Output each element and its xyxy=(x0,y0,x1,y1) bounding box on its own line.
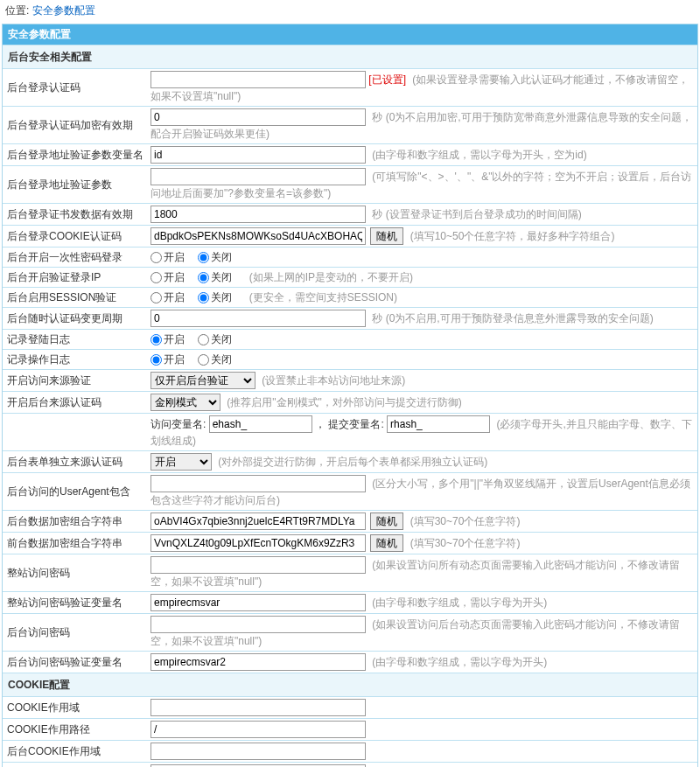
submit-var-input[interactable] xyxy=(387,415,490,433)
form-ref-select[interactable]: 开启 xyxy=(150,453,212,471)
section-header-cookie: COOKIE配置 xyxy=(3,673,697,697)
admin-pwd-input[interactable] xyxy=(150,616,366,633)
addr-var-input[interactable] xyxy=(150,146,366,164)
login-code-input[interactable] xyxy=(150,71,366,88)
addr-param-input[interactable] xyxy=(150,168,366,185)
rand-cycle-input[interactable] xyxy=(150,310,366,327)
session-off[interactable] xyxy=(198,292,209,303)
row-label: 后台登录认证码 xyxy=(3,69,147,107)
ref-check-select[interactable]: 仅开启后台验证 xyxy=(150,372,256,389)
admin-cookie-domain-input[interactable] xyxy=(150,743,366,760)
random-button[interactable]: 随机 xyxy=(370,534,403,552)
session-on[interactable] xyxy=(150,292,162,303)
cookie-path-input[interactable] xyxy=(150,721,366,738)
random-button[interactable]: 随机 xyxy=(370,512,403,530)
admin-pwd-var-input[interactable] xyxy=(150,653,366,671)
panel-title: 安全参数配置 xyxy=(3,24,697,45)
random-button[interactable]: 随机 xyxy=(370,227,403,245)
cookie-code-input[interactable] xyxy=(150,227,366,245)
once-pwd-on[interactable] xyxy=(150,252,162,263)
visit-var-input[interactable] xyxy=(209,415,312,433)
breadcrumb-link[interactable]: 安全参数配置 xyxy=(32,4,95,17)
once-pwd-off[interactable] xyxy=(198,252,209,263)
login-log-on[interactable] xyxy=(150,334,162,345)
cookie-domain-input[interactable] xyxy=(150,699,366,716)
enc-back-input[interactable] xyxy=(150,512,366,530)
bind-ip-off[interactable] xyxy=(198,272,209,283)
cert-exp-input[interactable] xyxy=(150,206,366,223)
ref-code-select[interactable]: 金刚模式 xyxy=(150,394,220,411)
config-panel: 安全参数配置 后台安全相关配置 后台登录认证码 [已设置] (如果设置登录需要输… xyxy=(2,24,698,767)
oper-log-off[interactable] xyxy=(198,354,209,366)
ua-input[interactable] xyxy=(150,475,366,492)
oper-log-on[interactable] xyxy=(150,354,162,366)
bind-ip-on[interactable] xyxy=(150,272,162,283)
set-flag: [已设置] xyxy=(368,73,406,86)
login-log-off[interactable] xyxy=(198,334,209,345)
site-pwd-var-input[interactable] xyxy=(150,594,366,611)
enc-front-input[interactable] xyxy=(150,534,366,552)
login-code-exp-input[interactable] xyxy=(150,108,366,126)
config-table: 后台安全相关配置 后台登录认证码 [已设置] (如果设置登录需要输入此认证码才能… xyxy=(3,45,697,767)
site-pwd-input[interactable] xyxy=(150,556,366,574)
section-header-security: 后台安全相关配置 xyxy=(3,45,697,69)
breadcrumb: 位置: 安全参数配置 xyxy=(0,0,700,22)
